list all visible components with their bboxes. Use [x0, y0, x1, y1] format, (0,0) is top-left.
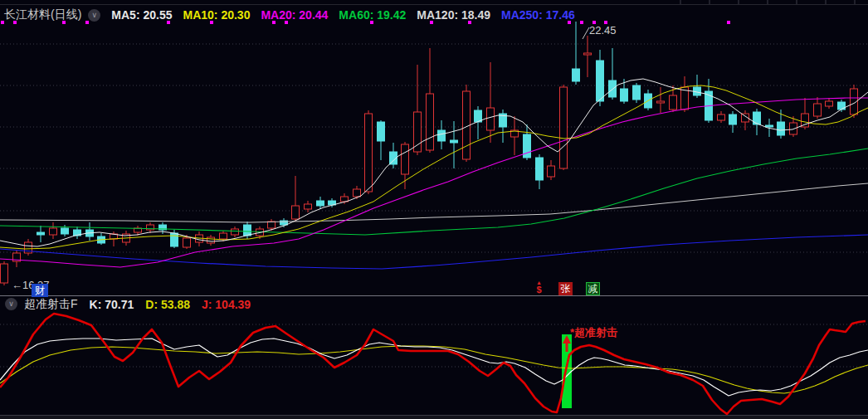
k-value: K: 70.71	[90, 298, 134, 311]
ma-line-MA60	[0, 149, 868, 235]
ma20-legend: MA20: 20.44	[261, 8, 328, 22]
chart-header: 长江材料(日线) ∨ MA5: 20.55 MA10: 20.30 MA20: …	[0, 5, 868, 25]
stock-title: 长江材料(日线)	[4, 7, 81, 22]
j-value: J: 104.39	[202, 298, 251, 311]
kdj-line-D	[0, 346, 868, 393]
price-high-annotation: 22.45	[589, 24, 617, 37]
d-value: D: 53.88	[145, 298, 190, 311]
dollar-glyph: $	[536, 285, 541, 295]
ma5-legend: MA5: 20.55	[111, 8, 172, 22]
chevron-down-icon[interactable]: ∨	[5, 298, 17, 310]
kdj-lines	[0, 314, 868, 414]
sub-indicator-header: ∨ 超准射击F K: 70.71 D: 53.88 J: 104.39	[0, 297, 868, 311]
ma250-legend: MA250: 17.46	[501, 8, 575, 22]
stock-chart-app: 长江材料(日线) ∨ MA5: 20.55 MA10: 20.30 MA20: …	[0, 0, 868, 419]
signal-label: *超准射击	[570, 325, 617, 340]
gridlines	[0, 44, 868, 367]
ma10-legend: MA10: 20.30	[183, 8, 250, 22]
main-chart-canvas[interactable]	[0, 0, 868, 419]
ma60-legend: MA60: 19.42	[339, 8, 406, 22]
panel-dividers	[0, 296, 868, 419]
caijing-watermark-badge: 财	[32, 284, 48, 297]
candlesticks	[1, 22, 858, 285]
kdj-line-J	[0, 314, 866, 414]
top-ruler	[0, 0, 868, 5]
high-arrow	[583, 27, 589, 39]
chevron-down-icon[interactable]: ∨	[88, 9, 100, 22]
jian-badge[interactable]: 减	[586, 282, 600, 295]
buy-signal-bar	[562, 334, 572, 408]
ma120-legend: MA120: 18.49	[417, 8, 490, 22]
dollar-signal-icon: ▲$	[536, 280, 542, 293]
sub-indicator-name: 超准射击F	[24, 297, 78, 312]
zhang-badge[interactable]: 张	[558, 282, 573, 295]
ma-line-MA120	[0, 183, 868, 222]
